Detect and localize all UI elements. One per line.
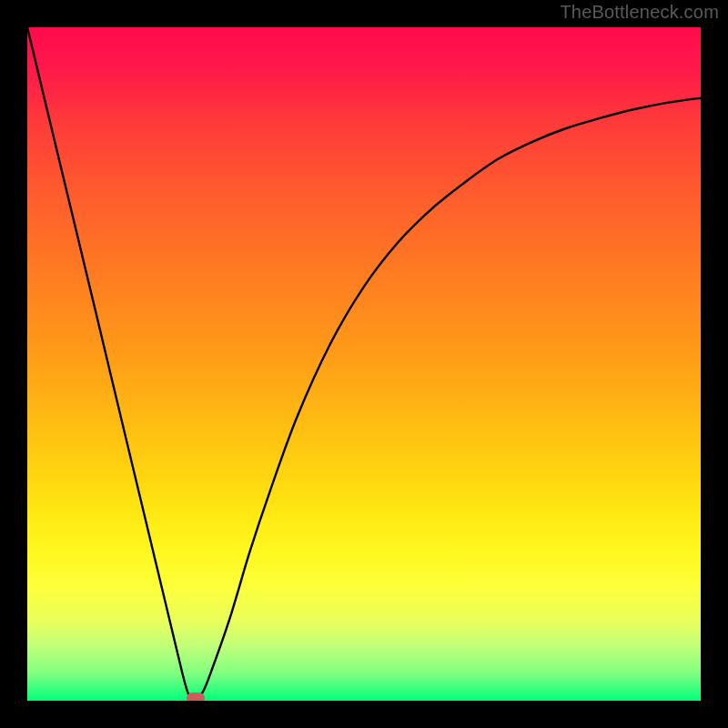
curve-layer: [27, 27, 701, 701]
watermark-text: TheBottleneck.com: [560, 2, 719, 23]
plot-area: [27, 27, 701, 701]
optimum-marker: [187, 693, 205, 701]
bottleneck-curve: [27, 27, 701, 701]
chart-frame: TheBottleneck.com: [0, 0, 728, 728]
